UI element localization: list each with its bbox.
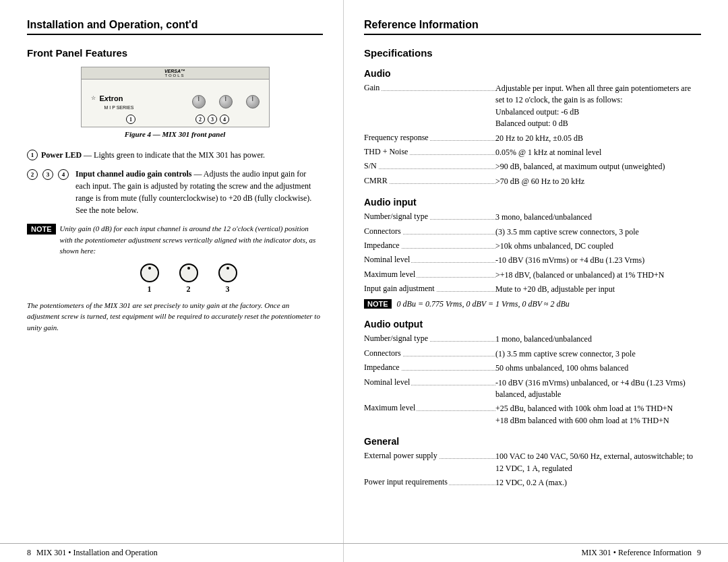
spec-value-max: >+18 dBV, (balanced or unbalanced) at 1%… — [495, 270, 701, 281]
note-inline: NOTE 0 dBu = 0.775 Vrms, 0 dBV = 1 Vrms,… — [364, 299, 701, 309]
panel-item-234-text: Input channel audio gain controls — Adju… — [75, 168, 323, 216]
right-section-header: Reference Information — [364, 19, 701, 35]
footer-left-text: MIX 301 • Installation and Operation — [36, 548, 158, 558]
spec-row-out-connectors: Connectors (1) 3.5 mm captive screw conn… — [364, 348, 701, 360]
spec-label-freq: Frequency response — [364, 133, 495, 143]
spec-row-max: Maximum level >+18 dBV, (balanced or unb… — [364, 270, 701, 281]
spec-value-thd: 0.05% @ 1 kHz at nominal level — [495, 147, 701, 158]
spec-label-max: Maximum level — [364, 270, 495, 280]
specifications-title: Specifications — [364, 47, 701, 59]
audio-output-category: Audio output — [364, 319, 701, 330]
spec-value-gain-adj: Mute to +20 dB, adjustable per input — [495, 284, 701, 295]
device-image: VERSA™ TOOLS ☆ Extron M I P SERIES — [81, 67, 270, 127]
spec-label-num-signal: Number/signal type — [364, 212, 495, 222]
general-category: General — [364, 436, 701, 447]
audio-input-section: Audio input Number/signal type 3 mono, b… — [364, 197, 701, 309]
panel-item-1-text: Power LED — Lights green to indicate tha… — [41, 149, 265, 161]
spec-label-gain-adj: Input gain adjustment — [364, 284, 495, 294]
spec-label-cmrr: CMRR — [364, 176, 495, 186]
spec-row-sn: S/N >90 dB, balanced, at maximum output … — [364, 161, 701, 173]
note-inline-label: NOTE — [364, 299, 392, 309]
spec-label-power-req: Power input requirements — [364, 477, 495, 487]
spec-value-connectors: (3) 3.5 mm captive screw connectors, 3 p… — [495, 226, 701, 238]
spec-value-sn: >90 dB, balanced, at maximum output (unw… — [495, 161, 701, 173]
spec-row-thd: THD + Noise 0.05% @ 1 kHz at nominal lev… — [364, 147, 701, 158]
general-section: General External power supply 100 VAC to… — [364, 436, 701, 489]
note-section: NOTE Unity gain (0 dB) for each input ch… — [27, 223, 323, 257]
spec-value-power-supply: 100 VAC to 240 VAC, 50/60 Hz, external, … — [495, 451, 701, 474]
circle-num-2: 2 — [27, 169, 38, 180]
audio-category: Audio — [364, 68, 701, 79]
spec-row-num-signal: Number/signal type 3 mono, balanced/unba… — [364, 212, 701, 223]
spec-label-connectors: Connectors — [364, 226, 495, 237]
circle-num-1: 1 — [27, 150, 38, 160]
spec-value-out-num-signal: 1 mono, balanced/unbalanced — [495, 334, 701, 345]
dial-circle-3 — [218, 263, 237, 282]
circle-num-group-234: 2 3 4 — [27, 168, 72, 180]
spec-row-out-num-signal: Number/signal type 1 mono, balanced/unba… — [364, 334, 701, 345]
spec-row-connectors: Connectors (3) 3.5 mm captive screw conn… — [364, 226, 701, 238]
spec-label-sn: S/N — [364, 161, 495, 171]
audio-output-table: Number/signal type 1 mono, balanced/unba… — [364, 334, 701, 427]
spec-label-impedance: Impedance — [364, 241, 495, 251]
dial-item-3: 3 — [218, 263, 237, 294]
spec-label-power-supply: External power supply — [364, 451, 495, 461]
footer-left: 8 MIX 301 • Installation and Operation — [27, 548, 158, 558]
spec-label-out-num-signal: Number/signal type — [364, 334, 495, 344]
spec-label-gain: Gain — [364, 83, 495, 93]
left-column: Installation and Operation, cont'd Front… — [0, 0, 344, 562]
dial-dot-3 — [226, 267, 229, 270]
footer-right-page: 9 — [697, 548, 701, 558]
spec-value-out-connectors: (1) 3.5 mm captive screw connector, 3 po… — [495, 348, 701, 360]
dial-number-2: 2 — [187, 284, 191, 294]
spec-row-freq: Frequency response 20 Hz to 20 kHz, ±0.0… — [364, 133, 701, 144]
spec-label-out-impedance: Impedance — [364, 363, 495, 373]
spec-row-cmrr: CMRR >70 dB @ 60 Hz to 20 kHz — [364, 176, 701, 187]
spec-row-power-supply: External power supply 100 VAC to 240 VAC… — [364, 451, 701, 474]
footer-left-page: 8 — [27, 548, 31, 558]
audio-output-section: Audio output Number/signal type 1 mono, … — [364, 319, 701, 427]
spec-label-thd: THD + Noise — [364, 147, 495, 157]
front-panel-section: Front Panel Features VERSA™ TOOLS ☆ Extr… — [27, 47, 323, 333]
dial-number-1: 1 — [148, 284, 152, 294]
dial-item-1: 1 — [140, 263, 159, 294]
panel-item-1: 1 Power LED — Lights green to indicate t… — [27, 149, 323, 161]
spec-label-out-max: Maximum level — [364, 403, 495, 413]
spec-label-out-nominal: Nominal level — [364, 377, 495, 387]
spec-label-out-connectors: Connectors — [364, 348, 495, 358]
dial-number-3: 3 — [226, 284, 230, 294]
note-text: Unity gain (0 dB) for each input channel… — [60, 223, 323, 257]
spec-label-nominal: Nominal level — [364, 255, 495, 265]
general-table: External power supply 100 VAC to 240 VAC… — [364, 451, 701, 489]
spec-row-nominal: Nominal level -10 dBV (316 mVrms) or +4 … — [364, 255, 701, 266]
spec-value-num-signal: 3 mono, balanced/unbalanced — [495, 212, 701, 223]
footer: 8 MIX 301 • Installation and Operation M… — [0, 543, 728, 562]
footer-right: MIX 301 • Reference Information 9 — [582, 548, 701, 558]
left-section-header: Installation and Operation, cont'd — [27, 19, 323, 35]
italic-note: The potentiometers of the MIX 301 are se… — [27, 300, 323, 334]
spec-row-out-max: Maximum level +25 dBu, balanced with 100… — [364, 403, 701, 427]
spec-value-out-nominal: -10 dBV (316 mVrms) unbalanced, or +4 dB… — [495, 377, 701, 401]
spec-row-gain: Gain Adjustable per input. When all thre… — [364, 83, 701, 130]
audio-table: Gain Adjustable per input. When all thre… — [364, 83, 701, 187]
spec-value-impedance: >10k ohms unbalanced, DC coupled — [495, 241, 701, 252]
device-image-container: VERSA™ TOOLS ☆ Extron M I P SERIES — [27, 67, 323, 145]
audio-input-table: Number/signal type 3 mono, balanced/unba… — [364, 212, 701, 309]
note-label: NOTE — [27, 224, 56, 235]
front-panel-title: Front Panel Features — [27, 47, 323, 59]
spec-row-out-impedance: Impedance 50 ohms unbalanced, 100 ohms b… — [364, 363, 701, 374]
dial-circle-1 — [140, 263, 159, 282]
spec-value-gain: Adjustable per input. When all three gai… — [495, 83, 701, 130]
spec-row-impedance: Impedance >10k ohms unbalanced, DC coupl… — [364, 241, 701, 252]
spec-value-out-impedance: 50 ohms unbalanced, 100 ohms balanced — [495, 363, 701, 374]
footer-right-text: MIX 301 • Reference Information — [582, 548, 692, 558]
circle-num-3: 3 — [42, 169, 53, 180]
circle-num-4: 4 — [58, 169, 69, 180]
spec-row-gain-adj: Input gain adjustment Mute to +20 dB, ad… — [364, 284, 701, 295]
spec-value-power-req: 12 VDC, 0.2 A (max.) — [495, 477, 701, 489]
dial-dot-1 — [148, 267, 151, 270]
dial-dot-2 — [187, 267, 190, 270]
dial-diagram: 1 2 3 — [54, 263, 323, 294]
spec-row-out-nominal: Nominal level -10 dBV (316 mVrms) unbala… — [364, 377, 701, 401]
spec-value-freq: 20 Hz to 20 kHz, ±0.05 dB — [495, 133, 701, 144]
